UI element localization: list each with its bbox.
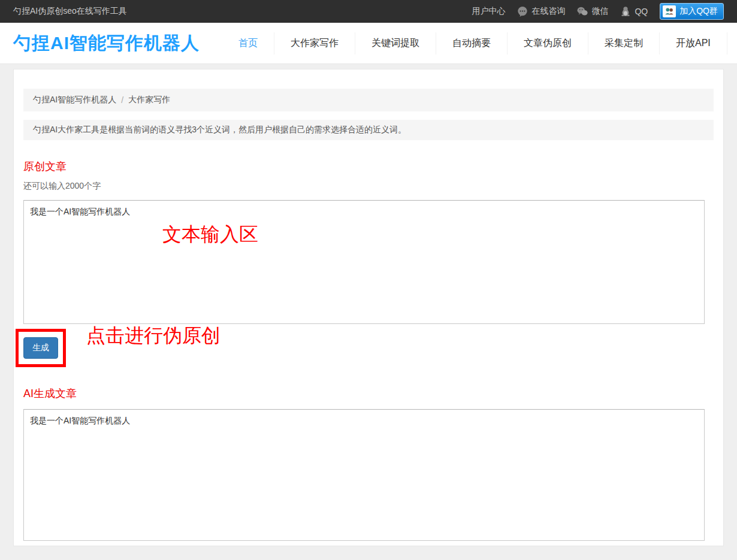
user-center-link[interactable]: 用户中心 bbox=[472, 6, 505, 17]
nav-item-article-rewrite[interactable]: 文章伪原创 bbox=[508, 32, 588, 55]
original-article-input[interactable]: 我是一个AI智能写作机器人 bbox=[23, 200, 705, 324]
breadcrumb-root[interactable]: 勺捏AI智能写作机器人 bbox=[33, 95, 116, 105]
generate-row: 生成 点击进行伪原创 bbox=[23, 329, 714, 366]
breadcrumb-separator: / bbox=[121, 95, 123, 105]
site-logo[interactable]: 勺捏AI智能写作机器人 bbox=[13, 31, 200, 56]
nav-item-auto-summary[interactable]: 自动摘要 bbox=[436, 32, 508, 55]
wechat-link[interactable]: 微信 bbox=[577, 6, 608, 17]
generate-annotation-text: 点击进行伪原创 bbox=[86, 325, 221, 346]
char-counter: 还可以输入2000个字 bbox=[23, 181, 714, 192]
qq-link[interactable]: QQ bbox=[620, 6, 648, 17]
tool-description-bar: 勺捏AI大作家工具是根据当前词的语义寻找3个近义词，然后用户根据自己的需求选择合… bbox=[23, 120, 714, 140]
main-nav: 首页 大作家写作 关键词提取 自动摘要 文章伪原创 采集定制 开放API 联系我… bbox=[222, 32, 737, 55]
main-content: 勺捏AI智能写作机器人 / 大作家写作 勺捏AI大作家工具是根据当前词的语义寻找… bbox=[0, 64, 737, 560]
nav-item-open-api[interactable]: 开放API bbox=[660, 32, 727, 55]
nav-item-keyword-extract[interactable]: 关键词提取 bbox=[355, 32, 436, 55]
ai-output-title: AI生成文章 bbox=[23, 386, 714, 401]
header: 勺捏AI智能写作机器人 首页 大作家写作 关键词提取 自动摘要 文章伪原创 采集… bbox=[0, 23, 737, 64]
breadcrumb: 勺捏AI智能写作机器人 / 大作家写作 bbox=[23, 89, 714, 111]
nav-item-contact-us[interactable]: 联系我们 bbox=[727, 32, 737, 55]
breadcrumb-current: 大作家写作 bbox=[128, 95, 170, 105]
tool-description-text: 勺捏AI大作家工具是根据当前词的语义寻找3个近义词，然后用户根据自己的需求选择合… bbox=[33, 125, 406, 135]
chat-bubble-icon bbox=[517, 6, 528, 17]
group-people-icon bbox=[663, 5, 676, 17]
output-textarea-wrap: 我是一个AI智能写作机器人 bbox=[23, 409, 705, 541]
content-panel: 勺捏AI智能写作机器人 / 大作家写作 勺捏AI大作家工具是根据当前词的语义寻找… bbox=[13, 69, 724, 546]
nav-item-collection-custom[interactable]: 采集定制 bbox=[588, 32, 660, 55]
nav-item-writer[interactable]: 大作家写作 bbox=[274, 32, 355, 55]
generate-button[interactable]: 生成 bbox=[23, 337, 58, 359]
ai-output-textarea[interactable]: 我是一个AI智能写作机器人 bbox=[23, 409, 705, 541]
original-article-title: 原创文章 bbox=[23, 159, 714, 174]
online-support-link[interactable]: 在线咨询 bbox=[517, 6, 565, 17]
input-textarea-wrap: 我是一个AI智能写作机器人 文本输入区 bbox=[23, 200, 705, 324]
site-title: 勺捏AI伪原创seo在线写作工具 bbox=[13, 6, 127, 17]
topbar: 勺捏AI伪原创seo在线写作工具 用户中心 在线咨询 bbox=[0, 0, 737, 23]
generate-annotation-box: 生成 bbox=[16, 329, 66, 367]
qq-penguin-icon bbox=[620, 6, 631, 17]
topbar-right: 用户中心 在线咨询 bbox=[472, 3, 724, 20]
nav-item-home[interactable]: 首页 bbox=[222, 32, 274, 55]
join-qq-group-button[interactable]: 加入QQ群 bbox=[660, 3, 724, 20]
wechat-icon bbox=[577, 6, 588, 17]
